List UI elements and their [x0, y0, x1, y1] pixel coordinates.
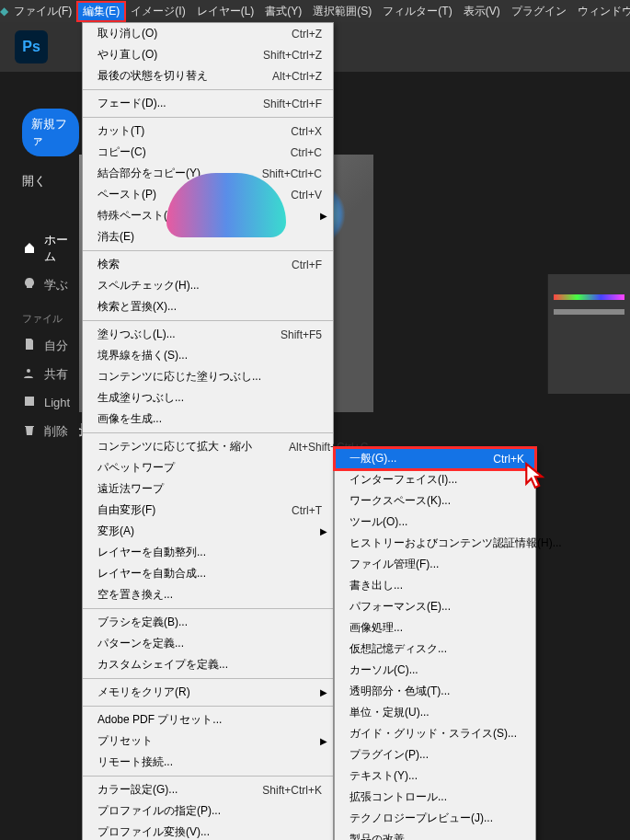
menuitem-ブラシを定義(B)...[interactable]: ブラシを定義(B)...	[83, 612, 333, 633]
menuitem-フェード(D)...[interactable]: フェード(D)...Shift+Ctrl+F	[83, 93, 333, 114]
menuitem-単位・定規(U)...[interactable]: 単位・定規(U)...	[335, 702, 535, 723]
sidebar: 新規ファ 開く ホーム学ぶ ファイル 自分共有Light削除	[0, 72, 79, 445]
bulb-icon	[22, 276, 37, 293]
menuitem-インターフェイス(I)...[interactable]: インターフェイス(I)...	[335, 469, 535, 490]
menuitem-レイヤーを自動整列...[interactable]: レイヤーを自動整列...	[83, 542, 333, 563]
menuitem-メモリをクリア(R)[interactable]: メモリをクリア(R)▶	[83, 682, 333, 703]
sidebar-people[interactable]: 共有	[22, 360, 79, 388]
menuitem-境界線を描く(S)...[interactable]: 境界線を描く(S)...	[83, 345, 333, 366]
lr-icon	[22, 394, 37, 411]
menuitem-検索と置換(X)...[interactable]: 検索と置換(X)...	[83, 296, 333, 317]
menuitem-テクノロジープレビュー(J)...[interactable]: テクノロジープレビュー(J)...	[335, 808, 535, 829]
menuitem-空を置き換え...[interactable]: 空を置き換え...	[83, 584, 333, 605]
menuitem-変形(A)[interactable]: 変形(A)▶	[83, 521, 333, 542]
menu-レイヤー(L)[interactable]: レイヤー(L)	[191, 2, 260, 21]
menu-書式(Y)[interactable]: 書式(Y)	[259, 2, 307, 21]
sidebar-bulb[interactable]: 学ぶ	[22, 270, 79, 299]
menubar: ◆ ファイル(F)編集(E)イメージ(I)レイヤー(L)書式(Y)選択範囲(S)…	[0, 0, 630, 22]
menuitem-透明部分・色域(T)...[interactable]: 透明部分・色域(T)...	[335, 681, 535, 702]
menuitem-Adobe PDF プリセット...[interactable]: Adobe PDF プリセット...	[83, 709, 333, 731]
menuitem-製品の改善...[interactable]: 製品の改善...	[335, 829, 535, 840]
menuitem-プロファイル変換(V)...[interactable]: プロファイル変換(V)...	[83, 822, 333, 840]
menu-フィルター(T)[interactable]: フィルター(T)	[377, 2, 457, 21]
menuitem-ワークスペース(K)...[interactable]: ワークスペース(K)...	[335, 490, 535, 512]
menuitem-ヒストリーおよびコンテンツ認証情報(H)...[interactable]: ヒストリーおよびコンテンツ認証情報(H)...	[335, 533, 535, 554]
sidebar-lr[interactable]: Light	[22, 388, 79, 417]
menuitem-カーソル(C)...[interactable]: カーソル(C)...	[335, 660, 535, 681]
menuitem-やり直し(O)[interactable]: やり直し(O)Shift+Ctrl+Z	[83, 44, 333, 65]
sidebar-home[interactable]: ホーム	[22, 226, 79, 270]
menuitem-最後の状態を切り替え[interactable]: 最後の状態を切り替えAlt+Ctrl+Z	[83, 65, 333, 86]
menu-編集(E)[interactable]: 編集(E)	[77, 2, 125, 21]
menuitem-パフォーマンス(E)...[interactable]: パフォーマンス(E)...	[335, 596, 535, 617]
menuitem-プロファイルの指定(P)...[interactable]: プロファイルの指定(P)...	[83, 800, 333, 822]
menuitem-書き出し...[interactable]: 書き出し...	[335, 575, 535, 596]
menuitem-プラグイン(P)...[interactable]: プラグイン(P)...	[335, 744, 535, 765]
menuitem-画像を生成...[interactable]: 画像を生成...	[83, 408, 333, 430]
menuitem-コンテンツに応じた塗りつぶし...[interactable]: コンテンツに応じた塗りつぶし...	[83, 366, 333, 387]
menu-選択範囲(S)[interactable]: 選択範囲(S)	[307, 2, 377, 21]
menuitem-テキスト(Y)...[interactable]: テキスト(Y)...	[335, 765, 535, 787]
submenu-arrow-icon: ▶	[320, 211, 327, 221]
ps-small-logo: ◆	[0, 5, 8, 17]
menuitem-遠近法ワープ[interactable]: 遠近法ワープ	[83, 478, 333, 500]
edit-menu-dropdown: 取り消し(O)Ctrl+Zやり直し(O)Shift+Ctrl+Z最後の状態を切り…	[82, 22, 334, 840]
menuitem-コンテンツに応じて拡大・縮小[interactable]: コンテンツに応じて拡大・縮小Alt+Shift+Ctrl+C	[83, 436, 333, 457]
adjustments-panel[interactable]	[547, 274, 630, 394]
menuitem-レイヤーを自動合成...[interactable]: レイヤーを自動合成...	[83, 563, 333, 584]
submenu-arrow-icon: ▶	[320, 736, 327, 746]
menuitem-生成塗りつぶし...[interactable]: 生成塗りつぶし...	[83, 387, 333, 408]
menu-プラグイン[interactable]: プラグイン	[506, 2, 572, 21]
menuitem-画像処理...[interactable]: 画像処理...	[335, 617, 535, 639]
preferences-submenu: 一般(G)...Ctrl+Kインターフェイス(I)...ワークスペース(K)..…	[334, 447, 536, 840]
open-link[interactable]: 開く	[22, 173, 79, 190]
doc-icon	[22, 337, 37, 354]
sidebar-section-label: ファイル	[22, 312, 79, 326]
menuitem-カラー設定(G)...[interactable]: カラー設定(G)...Shift+Ctrl+K	[83, 779, 333, 800]
menuitem-コピー(C)[interactable]: コピー(C)Ctrl+C	[83, 142, 333, 163]
menuitem-塗りつぶし(L)...[interactable]: 塗りつぶし(L)...Shift+F5	[83, 324, 333, 345]
menuitem-仮想記憶ディスク...[interactable]: 仮想記憶ディスク...	[335, 639, 535, 660]
menuitem-検索[interactable]: 検索Ctrl+F	[83, 254, 333, 275]
menuitem-スペルチェック(H)...[interactable]: スペルチェック(H)...	[83, 275, 333, 296]
menuitem-リモート接続...[interactable]: リモート接続...	[83, 752, 333, 773]
menuitem-ガイド・グリッド・スライス(S)...[interactable]: ガイド・グリッド・スライス(S)...	[335, 723, 535, 744]
menuitem-ファイル管理(F)...[interactable]: ファイル管理(F)...	[335, 554, 535, 575]
menu-ファイル(F)[interactable]: ファイル(F)	[8, 2, 77, 21]
menuitem-ツール(O)...[interactable]: ツール(O)...	[335, 512, 535, 533]
menu-表示(V)[interactable]: 表示(V)	[458, 2, 506, 21]
sidebar-trash[interactable]: 削除	[22, 417, 79, 445]
people-icon	[22, 365, 37, 383]
menuitem-取り消し(O)[interactable]: 取り消し(O)Ctrl+Z	[83, 23, 333, 44]
sidebar-doc[interactable]: 自分	[22, 331, 79, 360]
menu-ウィンドウ(W)[interactable]: ウィンドウ(W)	[572, 2, 630, 21]
menuitem-プリセット[interactable]: プリセット▶	[83, 731, 333, 752]
menuitem-カスタムシェイプを定義...[interactable]: カスタムシェイプを定義...	[83, 654, 333, 675]
menu-イメージ(I)[interactable]: イメージ(I)	[125, 2, 190, 21]
menuitem-パターンを定義...[interactable]: パターンを定義...	[83, 633, 333, 654]
new-file-button[interactable]: 新規ファ	[22, 109, 79, 156]
menuitem-自由変形(F)[interactable]: 自由変形(F)Ctrl+T	[83, 500, 333, 521]
ps-logo[interactable]: Ps	[15, 30, 48, 63]
menuitem-パペットワープ[interactable]: パペットワープ	[83, 457, 333, 478]
submenu-arrow-icon: ▶	[320, 526, 327, 536]
menuitem-一般(G)...[interactable]: 一般(G)...Ctrl+K	[335, 448, 535, 469]
menuitem-拡張コントロール...[interactable]: 拡張コントロール...	[335, 787, 535, 808]
menuitem-カット(T)[interactable]: カット(T)Ctrl+X	[83, 121, 333, 142]
submenu-arrow-icon: ▶	[320, 687, 327, 697]
trash-icon	[22, 422, 37, 440]
home-icon	[22, 240, 37, 258]
